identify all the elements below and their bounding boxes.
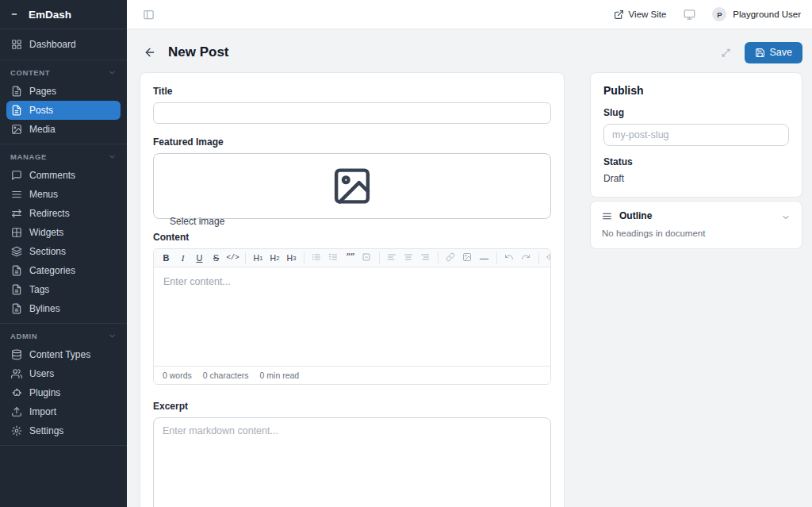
- slug-label: Slug: [603, 107, 789, 118]
- underline-button[interactable]: U: [191, 251, 208, 266]
- editor-stats-bar: 0 words 0 characters 0 min read: [154, 366, 550, 384]
- editor-toolbar: BIUS</>H1H2H3””—: [154, 249, 550, 267]
- sidebar-item-widgets[interactable]: Widgets: [6, 223, 121, 242]
- heading-2-button[interactable]: H2: [266, 251, 283, 266]
- outline-title: Outline: [619, 210, 652, 221]
- status-label: Status: [603, 156, 789, 167]
- italic-button[interactable]: I: [174, 251, 191, 266]
- sidebar-item-comments[interactable]: Comments: [6, 166, 121, 185]
- image-icon: [462, 252, 473, 263]
- sidebar-item-label: Pages: [29, 86, 56, 97]
- sidebar-item-tags[interactable]: Tags: [6, 280, 121, 299]
- align-left-button[interactable]: [384, 251, 400, 266]
- publish-panel: Publish Slug Status Draft: [590, 72, 802, 198]
- redo-button[interactable]: [518, 251, 534, 266]
- chevron-down-icon: [108, 332, 117, 340]
- sidebar-brand: EmDash: [0, 0, 127, 29]
- title-input[interactable]: [153, 102, 551, 124]
- blockquote-button[interactable]: ””: [342, 251, 358, 266]
- align-center-button[interactable]: [400, 251, 417, 266]
- sidebar-item-bylines[interactable]: Bylines: [6, 299, 121, 318]
- chevron-down-icon: [108, 68, 117, 77]
- select-image-dropzone[interactable]: Select image: [153, 153, 551, 219]
- heading-3-button[interactable]: H3: [283, 251, 300, 266]
- editor-columns: Title Featured Image Select image Conten…: [140, 72, 802, 507]
- save-button[interactable]: Save: [745, 42, 803, 63]
- codeblock-icon: [362, 252, 373, 263]
- view-site-link[interactable]: View Site: [614, 10, 667, 20]
- sidebar-item-pages[interactable]: Pages: [6, 82, 121, 101]
- sidebar-item-redirects[interactable]: Redirects: [6, 204, 121, 223]
- ol-icon: [328, 252, 339, 263]
- sidebar-sections: CONTENTPagesPostsMediaMANAGECommentsMenu…: [0, 60, 127, 446]
- puzzle-icon: [11, 387, 22, 398]
- sidebar-section-header-admin[interactable]: ADMIN: [0, 324, 127, 345]
- heading-1-button[interactable]: H1: [250, 251, 266, 266]
- featured-image-field: Featured Image Select image: [153, 136, 551, 219]
- align-center-icon: [404, 252, 415, 263]
- slug-input[interactable]: [603, 124, 789, 146]
- sidebar-item-users[interactable]: Users: [6, 364, 121, 383]
- align-left-icon: [387, 252, 398, 263]
- excerpt-textarea[interactable]: [153, 417, 551, 507]
- sidebar-item-label: Tags: [29, 284, 49, 295]
- sidebar-item-label: Comments: [29, 170, 75, 181]
- preview-button[interactable]: [543, 251, 551, 266]
- read-time: 0 min read: [260, 371, 300, 380]
- expand-icon: [721, 48, 731, 58]
- sidebar-item-label: Categories: [29, 265, 75, 276]
- toolbar-divider: [245, 252, 246, 263]
- file-icon: [11, 303, 22, 314]
- sidebar-item-posts[interactable]: Posts: [6, 101, 121, 120]
- sidebar-item-label: Menus: [29, 189, 58, 200]
- align-right-button[interactable]: [417, 251, 434, 266]
- page-title: New Post: [168, 44, 229, 60]
- inline-code-button[interactable]: </>: [224, 251, 241, 266]
- chevron-down-icon: [108, 152, 117, 161]
- undo-button[interactable]: [501, 251, 518, 266]
- insert-image-button[interactable]: [459, 251, 476, 266]
- expand-button[interactable]: [718, 44, 735, 61]
- sidebar-toggle-button[interactable]: [140, 6, 157, 23]
- sidebar-item-import[interactable]: Import: [6, 402, 121, 421]
- save-label: Save: [770, 47, 793, 58]
- back-button[interactable]: [140, 42, 160, 63]
- editor-content-area[interactable]: Enter content...: [154, 267, 550, 366]
- sidebar-item-label: Dashboard: [29, 39, 76, 50]
- sidebar-item-label: Settings: [29, 425, 63, 436]
- panel-icon: [143, 9, 155, 21]
- bullet-list-button[interactable]: [308, 251, 325, 266]
- bold-button[interactable]: B: [158, 251, 174, 266]
- link-icon: [446, 252, 457, 263]
- sidebar-section-title: ADMIN: [10, 332, 37, 340]
- sidebar-item-menus[interactable]: Menus: [6, 185, 121, 204]
- user-menu[interactable]: P Playground User: [712, 7, 801, 21]
- sidebar-item-label: Posts: [29, 105, 53, 116]
- sidebar-item-plugins[interactable]: Plugins: [6, 383, 121, 402]
- sidebar-item-label: Redirects: [29, 208, 70, 219]
- layers-icon: [11, 246, 22, 257]
- publish-title: Publish: [603, 84, 789, 97]
- sidebar-item-sections[interactable]: Sections: [6, 242, 121, 261]
- sidebar-item-categories[interactable]: Categories: [6, 261, 121, 280]
- monitor-button[interactable]: [680, 6, 698, 23]
- ordered-list-button[interactable]: [325, 251, 342, 266]
- sidebar-item-label: Users: [29, 368, 54, 379]
- horizontal-rule-button[interactable]: —: [476, 251, 492, 266]
- toolbar-divider: [438, 252, 439, 263]
- toolbar-divider: [304, 252, 304, 263]
- main-column: View Site P Playground User New Post: [127, 0, 812, 507]
- sidebar-item-settings[interactable]: Settings: [6, 421, 121, 440]
- strikethrough-button[interactable]: S: [208, 251, 224, 266]
- sidebar-item-dashboard[interactable]: Dashboard: [6, 35, 121, 54]
- users-icon: [11, 368, 22, 379]
- code-block-button[interactable]: [358, 251, 375, 266]
- excerpt-field: Excerpt: [153, 401, 551, 507]
- link-button[interactable]: [442, 251, 459, 266]
- sidebar-item-media[interactable]: Media: [6, 120, 121, 139]
- sidebar-section-header-content[interactable]: CONTENT: [0, 60, 127, 82]
- sidebar-section-header-manage[interactable]: MANAGE: [0, 144, 127, 166]
- sidebar-item-content-types[interactable]: Content Types: [6, 345, 121, 364]
- monitor-icon: [684, 9, 695, 21]
- outline-header[interactable]: Outline: [591, 202, 802, 227]
